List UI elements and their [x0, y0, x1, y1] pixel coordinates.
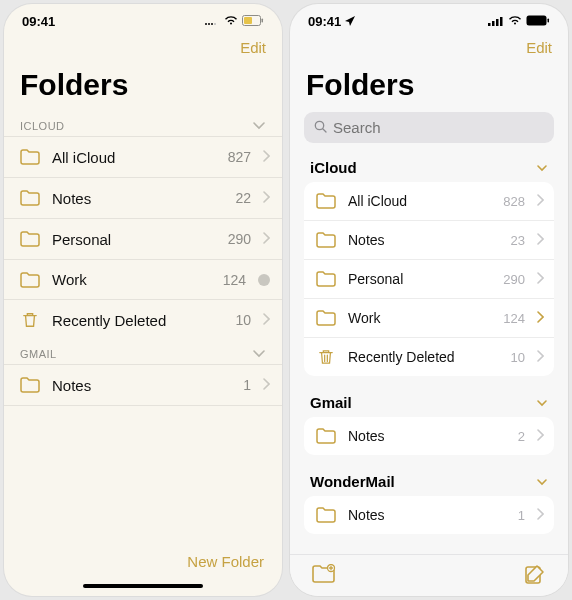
folder-label: Notes: [52, 377, 231, 394]
folder-count: 22: [235, 190, 251, 206]
folder-icon: [316, 507, 336, 523]
folder-label: Recently Deleted: [52, 312, 223, 329]
folder-label: Work: [52, 271, 211, 288]
folder-label: Recently Deleted: [348, 349, 499, 365]
folder-count: 290: [503, 272, 525, 287]
search-input[interactable]: [333, 119, 544, 136]
chevron-right-icon: [537, 348, 544, 366]
folder-count: 1: [243, 377, 251, 393]
status-bar: 09:41: [4, 4, 282, 33]
chevron-down-icon: [252, 349, 266, 359]
chevron-right-icon: [263, 189, 270, 207]
folder-icon: [20, 377, 40, 393]
bottom-toolbar: [290, 554, 568, 596]
edit-button[interactable]: Edit: [240, 39, 266, 56]
location-icon: [345, 14, 355, 29]
group-card: Notes 2: [304, 417, 554, 455]
folder-row[interactable]: Personal 290: [304, 260, 554, 299]
folder-row[interactable]: Work 124: [304, 299, 554, 338]
group-label: iCloud: [310, 159, 357, 176]
folder-label: Personal: [348, 271, 491, 287]
folder-row[interactable]: Work 124: [4, 259, 282, 299]
edit-button[interactable]: Edit: [526, 39, 552, 56]
info-badge-icon: [258, 274, 270, 286]
folder-row[interactable]: All iCloud 827: [4, 136, 282, 177]
folder-count: 828: [503, 194, 525, 209]
folder-list-icloud: All iCloud 827 Notes 22 Personal 290 Wor…: [4, 136, 282, 340]
folder-count: 10: [511, 350, 525, 365]
folder-row[interactable]: Personal 290: [4, 218, 282, 259]
section-header-icloud[interactable]: ICLOUD: [4, 112, 282, 136]
status-time: 09:41: [22, 14, 55, 29]
folder-plus-icon: [312, 572, 336, 587]
folder-row[interactable]: Notes 2: [304, 417, 554, 455]
home-indicator: [83, 584, 203, 588]
chevron-right-icon: [537, 427, 544, 445]
folder-row[interactable]: Notes 23: [304, 221, 554, 260]
wifi-icon: [224, 14, 238, 29]
folder-count: 290: [228, 231, 251, 247]
svg-point-3: [214, 23, 216, 25]
group-wondermail: WonderMail Notes 1: [304, 467, 554, 534]
chevron-right-icon: [263, 311, 270, 329]
section-header-gmail[interactable]: GMAIL: [4, 340, 282, 364]
folder-icon: [20, 231, 40, 247]
folder-count: 23: [511, 233, 525, 248]
folder-label: Personal: [52, 231, 216, 248]
group-header[interactable]: WonderMail: [304, 467, 554, 496]
svg-point-14: [315, 121, 323, 129]
chevron-down-icon: [536, 394, 548, 411]
folder-count: 827: [228, 149, 251, 165]
group-header[interactable]: Gmail: [304, 388, 554, 417]
chevron-right-icon: [537, 192, 544, 210]
chevron-right-icon: [537, 309, 544, 327]
group-header[interactable]: iCloud: [304, 153, 554, 182]
chevron-down-icon: [536, 473, 548, 490]
group-header[interactable]: Yahoo!: [304, 546, 554, 554]
chevron-right-icon: [263, 148, 270, 166]
svg-rect-9: [492, 21, 495, 26]
compose-button[interactable]: [524, 563, 546, 588]
svg-point-1: [208, 23, 210, 25]
new-folder-button[interactable]: New Folder: [187, 553, 264, 570]
search-field[interactable]: [304, 112, 554, 143]
folder-label: All iCloud: [52, 149, 216, 166]
battery-icon: [242, 14, 264, 29]
folder-icon: [20, 190, 40, 206]
folder-row[interactable]: All iCloud 828: [304, 182, 554, 221]
phone-old: 09:41 Edit Folders ICLOUD All iCloud 827: [4, 4, 282, 596]
bottom-toolbar: New Folder: [4, 543, 282, 580]
folder-row[interactable]: Notes 22: [4, 177, 282, 218]
folder-row[interactable]: Notes 1: [304, 496, 554, 534]
battery-icon: [526, 14, 550, 29]
page-title: Folders: [290, 60, 568, 112]
section-label: ICLOUD: [20, 120, 65, 132]
chevron-right-icon: [263, 376, 270, 394]
chevron-down-icon: [536, 159, 548, 176]
group-label: Gmail: [310, 394, 352, 411]
nav-header: Edit: [290, 33, 568, 60]
search-icon: [314, 119, 327, 136]
chevron-right-icon: [537, 231, 544, 249]
cellular-dots-icon: [204, 14, 220, 29]
folder-row[interactable]: Recently Deleted 10: [304, 338, 554, 376]
phone-new: 09:41 Edit Folders iCloud All iCloud 828: [290, 4, 568, 596]
status-time: 09:41: [308, 14, 341, 29]
folder-row[interactable]: Recently Deleted 10: [4, 299, 282, 340]
group-card: Notes 1: [304, 496, 554, 534]
group-yahoo: Yahoo! Notes 12: [304, 546, 554, 554]
svg-point-0: [205, 23, 207, 25]
folder-label: Work: [348, 310, 491, 326]
svg-point-7: [258, 274, 270, 286]
folder-count: 1: [518, 508, 525, 523]
wifi-icon: [508, 14, 522, 29]
folder-list-gmail: Notes 1: [4, 364, 282, 406]
new-folder-button[interactable]: [312, 564, 336, 587]
folder-icon: [316, 428, 336, 444]
svg-rect-6: [262, 19, 264, 23]
folder-row[interactable]: Notes 1: [4, 364, 282, 406]
folder-icon: [316, 232, 336, 248]
folder-label: Notes: [348, 428, 506, 444]
svg-rect-8: [488, 23, 491, 26]
svg-point-2: [211, 23, 213, 25]
